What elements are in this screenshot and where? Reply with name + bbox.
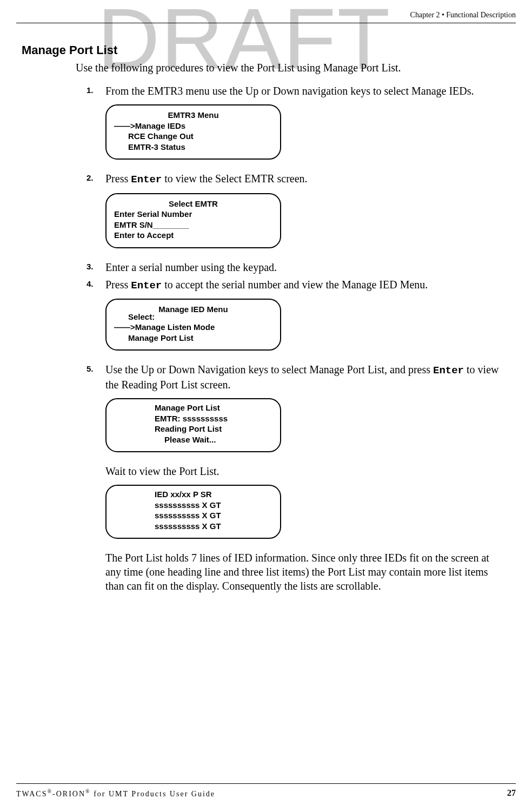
step-2-text: Press Enter to view the Select EMTR scre… [105,171,516,187]
step-5-num: 5. [87,362,105,392]
intro-text: Use the following procedures to view the… [76,62,516,74]
footer: TWACS®-ORION® for UMT Products User Guid… [16,783,516,798]
page-number: 27 [507,788,516,798]
step-5-text: Use the Up or Down Navigation keys to se… [105,362,516,392]
lcd-screen-emtr3-menu: EMTR3 Menu ——>Manage IEDs RCE Change Out… [105,104,281,160]
lcd-screen-reading-port-list: Manage Port List EMTR: ssssssssss Readin… [105,398,281,452]
lcd2-line2: EMTR S/N________ [114,220,272,230]
lcd1-line1: ——>Manage IEDs [114,121,272,131]
lcd5-line4: ssssssssss X GT [155,521,272,532]
step-1-text: From the EMTR3 menu use the Up or Down n… [105,84,516,98]
step-1: 1. From the EMTR3 menu use the Up or Dow… [87,84,516,98]
lcd4-line1: Manage Port List [155,402,272,413]
step-2-suffix: to view the Select EMTR screen. [162,173,307,184]
step-4: 4. Press Enter to accept the serial numb… [87,278,516,293]
step-4-num: 4. [87,278,105,293]
footer-left: TWACS®-ORION® for UMT Products User Guid… [16,788,215,798]
step-2-num: 2. [87,171,105,187]
step-2: 2. Press Enter to view the Select EMTR s… [87,171,516,187]
step-3-text: Enter a serial number using the keypad. [105,260,516,274]
lcd2-title: Select EMTR [114,199,272,209]
step-2-prefix: Press [105,173,131,184]
step-3: 3. Enter a serial number using the keypa… [87,260,516,274]
step-4-prefix: Press [105,279,131,291]
step-4-enter: Enter [131,280,162,292]
footer-rule [16,783,516,784]
lcd-screen-port-list: IED xx/xx P SR ssssssssss X GT sssssssss… [105,485,281,539]
lcd1-title: EMTR3 Menu [114,110,272,121]
lcd5-line1: IED xx/xx P SR [155,489,272,500]
lcd3-line1: ——>Manage Listen Mode [114,322,272,333]
lcd1-line2: RCE Change Out [114,131,272,142]
lcd1-line3: EMTR-3 Status [114,142,272,153]
step-5: 5. Use the Up or Down Navigation keys to… [87,362,516,392]
lcd2-line3: Enter to Accept [114,230,272,241]
lcd3-line2: Manage Port List [114,333,272,344]
wait-text: Wait to view the Port List. [105,464,516,478]
lcd4-line4: Please Wait... [155,434,272,445]
step-4-suffix: to accept the serial number and view the… [162,279,428,291]
lcd2-line1: Enter Serial Number [114,209,272,220]
step-4-text: Press Enter to accept the serial number … [105,278,516,293]
lcd5-line3: ssssssssss X GT [155,510,272,521]
lcd5-line2: ssssssssss X GT [155,500,272,511]
lcd4-line3: Reading Port List [155,424,272,434]
lcd4-line2: EMTR: ssssssssss [155,413,272,424]
lcd-screen-select-emtr: Select EMTR Enter Serial Number EMTR S/N… [105,193,281,248]
step-1-num: 1. [87,84,105,98]
port-list-description: The Port List holds 7 lines of IED infor… [105,551,516,593]
lcd-screen-manage-ied-menu: Manage IED Menu Select: ——>Manage Listen… [105,299,281,351]
step-3-num: 3. [87,260,105,274]
step-5-prefix: Use the Up or Down Navigation keys to se… [105,364,433,375]
section-title: Manage Port List [22,43,516,57]
step-5-enter: Enter [433,365,464,377]
step-2-enter: Enter [131,174,162,186]
